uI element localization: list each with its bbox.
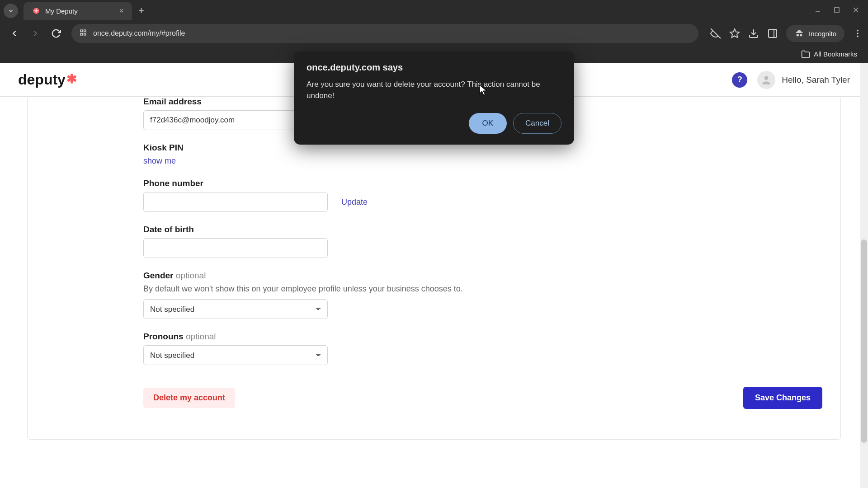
browser-tab[interactable]: My Deputy ×	[24, 2, 132, 20]
svg-point-14	[857, 30, 859, 32]
bookmark-star-button[interactable]	[729, 28, 740, 39]
logo-text: deputy	[18, 71, 66, 88]
minimize-button[interactable]	[815, 7, 821, 15]
tab-title: My Deputy	[45, 7, 78, 15]
phone-field[interactable]	[143, 192, 328, 212]
incognito-label: Incognito	[809, 30, 836, 38]
scrollbar-thumb[interactable]	[861, 239, 867, 443]
gender-section: Gender optional By default we won't show…	[143, 271, 822, 319]
svg-rect-5	[80, 30, 82, 32]
content-wrap: Email address Kiosk PIN show me Phone nu…	[0, 97, 868, 488]
svg-point-15	[857, 33, 859, 34]
dialog-title: once.deputy.com says	[307, 62, 561, 73]
card-main: Email address Kiosk PIN show me Phone nu…	[125, 97, 840, 439]
gender-helper: By default we won't show this on your em…	[143, 284, 822, 294]
js-confirm-dialog: once.deputy.com says Are you sure you wa…	[294, 52, 574, 145]
card-sidebar	[28, 97, 125, 439]
cancel-button[interactable]: Cancel	[513, 113, 561, 134]
incognito-icon	[794, 28, 804, 38]
nav-bar: once.deputy.com/my/#profile Incognito	[0, 22, 868, 45]
show-me-link[interactable]: show me	[143, 156, 176, 165]
all-bookmarks-label: All Bookmarks	[814, 50, 857, 58]
phone-label: Phone number	[143, 178, 822, 188]
chevron-down-icon	[8, 8, 14, 14]
site-settings-icon[interactable]	[79, 28, 88, 39]
dob-field[interactable]	[143, 238, 328, 258]
svg-rect-12	[769, 29, 777, 38]
forward-button[interactable]	[26, 24, 44, 42]
url-text: once.deputy.com/my/#profile	[93, 29, 691, 38]
gender-label: Gender optional	[143, 271, 822, 281]
window-controls	[815, 7, 868, 15]
dialog-buttons: OK Cancel	[307, 113, 561, 134]
update-phone-link[interactable]: Update	[341, 197, 368, 207]
svg-rect-6	[84, 30, 86, 32]
svg-rect-8	[84, 33, 86, 35]
save-changes-button[interactable]: Save Changes	[743, 387, 822, 409]
back-button[interactable]	[5, 24, 24, 42]
pronouns-label: Pronouns optional	[143, 332, 822, 342]
form-actions: Delete my account Save Changes	[143, 387, 822, 413]
maximize-button[interactable]	[834, 7, 840, 15]
reload-button[interactable]	[47, 24, 65, 42]
avatar-icon	[760, 74, 772, 86]
delete-account-button[interactable]: Delete my account	[143, 388, 235, 408]
phone-section: Phone number Update	[143, 178, 822, 212]
new-tab-button[interactable]: +	[138, 5, 144, 17]
pronouns-optional: optional	[186, 332, 216, 341]
dob-section: Date of birth	[143, 225, 822, 258]
dob-label: Date of birth	[143, 225, 822, 235]
eye-off-icon[interactable]	[710, 28, 721, 39]
help-button[interactable]: ?	[732, 72, 747, 88]
chrome-menu-button[interactable]	[853, 28, 863, 38]
ok-button[interactable]: OK	[469, 113, 507, 134]
logo-star-icon: ✱	[66, 71, 77, 86]
svg-point-17	[764, 76, 769, 80]
kiosk-section: Kiosk PIN show me	[143, 143, 822, 166]
dialog-message: Are you sure you want to delete your acc…	[307, 79, 561, 101]
incognito-chip[interactable]: Incognito	[786, 25, 844, 42]
avatar[interactable]	[757, 71, 775, 89]
tab-close-button[interactable]: ×	[119, 6, 124, 16]
gender-select[interactable]: Not specified	[143, 299, 328, 319]
toolbar-right: Incognito	[710, 25, 863, 42]
all-bookmarks-button[interactable]: All Bookmarks	[801, 50, 857, 59]
side-panel-button[interactable]	[767, 28, 778, 39]
tab-bar: My Deputy × +	[0, 0, 868, 22]
gender-optional: optional	[176, 271, 206, 280]
downloads-button[interactable]	[748, 28, 759, 39]
window-close-button[interactable]	[853, 7, 859, 15]
profile-card: Email address Kiosk PIN show me Phone nu…	[27, 97, 841, 440]
pronouns-select[interactable]: Not specified	[143, 345, 328, 365]
svg-point-16	[857, 36, 859, 38]
svg-marker-10	[730, 29, 739, 38]
app-logo[interactable]: deputy✱	[18, 71, 77, 88]
user-greeting: Hello, Sarah Tyler	[782, 75, 850, 85]
pronouns-section: Pronouns optional Not specified	[143, 332, 822, 365]
tab-favicon-icon	[32, 6, 41, 15]
tab-search-button[interactable]	[4, 4, 18, 18]
url-bar[interactable]: once.deputy.com/my/#profile	[71, 24, 698, 43]
svg-rect-2	[835, 8, 839, 12]
svg-rect-7	[80, 33, 82, 35]
folder-icon	[801, 50, 810, 59]
